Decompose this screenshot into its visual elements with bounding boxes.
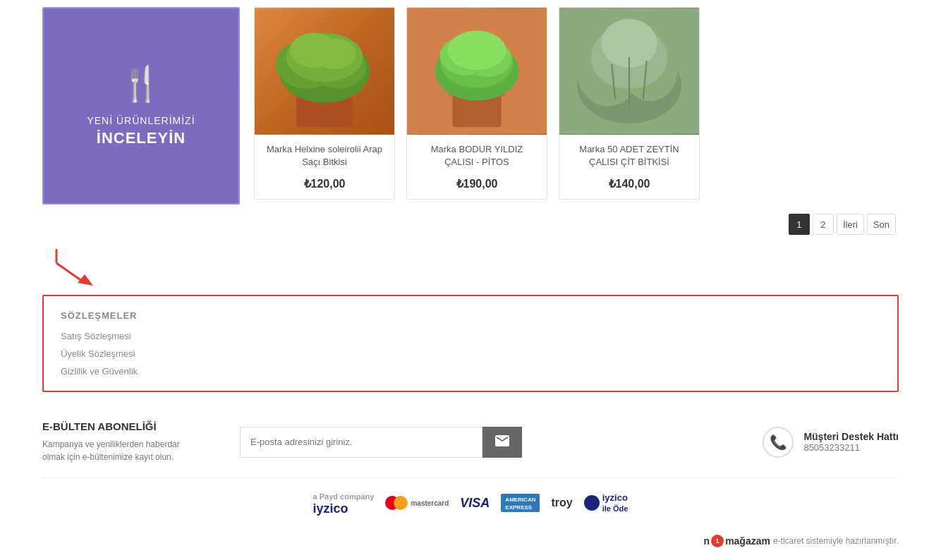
product-price-3: ₺140,00	[568, 177, 691, 190]
visa-logo: VISA	[460, 496, 490, 511]
product-name-3: Marka 50 ADET ZEYTİN ÇALISI ÇİT BİTKİSİ	[568, 143, 691, 169]
support-title: Müşteri Destek Hattı	[803, 431, 899, 442]
mastercard-logo: mastercard	[385, 496, 449, 510]
product-price-2: ₺190,00	[415, 177, 538, 190]
red-arrow	[42, 249, 127, 288]
brand-suffix: e-ticaret sistemiyle hazırlanmıştır.	[773, 536, 899, 546]
products-area: Marka Helxine soleirolii Arap Saçı Bitki…	[254, 7, 899, 235]
contract-gizlilik[interactable]: Gizlilik ve Güvenlik	[61, 366, 880, 377]
contracts-title: SÖZLEŞMELER	[61, 310, 880, 321]
brand-footer: n 1 mağazam e-ticaret sistemiyle hazırla…	[42, 528, 899, 554]
brand-magazam: mağazam	[725, 535, 770, 547]
product-card[interactable]: Marka BODUR YILDIZ ÇALISI - PİTOS ₺190,0…	[406, 7, 547, 200]
pagination-page-1[interactable]: 1	[789, 214, 810, 235]
product-name-1: Marka Helxine soleirolii Arap Saçı Bitki…	[263, 143, 386, 169]
banner-subtitle: YENİ ÜRÜNLERİMİZİ	[87, 115, 195, 126]
product-card[interactable]: Marka 50 ADET ZEYTİN ÇALISI ÇİT BİTKİSİ …	[559, 7, 700, 200]
promo-banner[interactable]: 🍴 YENİ ÜRÜNLERİMİZİ İNCELEYİN	[42, 7, 240, 205]
product-image-3	[559, 8, 699, 135]
brand-circle: 1	[711, 535, 724, 547]
pagination-forward[interactable]: İleri	[837, 214, 864, 235]
contract-uyelik[interactable]: Üyelik Sözleşmesi	[61, 348, 880, 359]
newsletter-submit-button[interactable]	[482, 427, 522, 458]
amex-logo: AMERICANEXPRESS	[501, 494, 540, 512]
pagination: 1 2 İleri Son	[254, 214, 899, 235]
pagination-last[interactable]: Son	[867, 214, 896, 235]
newsletter-desc: Kampanya ve yeniliklerden haberdar olmak…	[42, 438, 198, 463]
product-card[interactable]: Marka Helxine soleirolii Arap Saçı Bitki…	[254, 7, 395, 200]
contract-satis[interactable]: Satış Sözleşmesi	[61, 331, 880, 341]
newsletter-email-input[interactable]	[240, 427, 482, 458]
support-section: 📞 Müşteri Destek Hattı 85053233211	[763, 427, 899, 458]
products-grid: Marka Helxine soleirolii Arap Saçı Bitki…	[254, 7, 899, 200]
banner-title: İNCELEYİN	[97, 129, 186, 147]
brand-n: n	[704, 535, 710, 547]
iyzico-logo: a Payd company iyzico	[313, 489, 375, 516]
support-phone: 85053233211	[803, 442, 899, 453]
banner-icon: 🍴	[120, 64, 162, 104]
product-name-2: Marka BODUR YILDIZ ÇALISI - PİTOS	[415, 143, 538, 169]
contracts-list: Satış Sözleşmesi Üyelik Sözleşmesi Gizli…	[61, 331, 880, 377]
product-image-1	[255, 8, 394, 135]
product-price-1: ₺120,00	[263, 177, 386, 190]
iyzico-ile-ode-logo: iyzicoile Öde	[584, 492, 629, 513]
product-image-2	[407, 8, 547, 135]
brand-logo: n 1 mağazam	[704, 535, 770, 547]
svg-point-16	[447, 31, 506, 70]
newsletter-text: E-BÜLTEN ABONELİĞİ Kampanya ve yenilikle…	[42, 420, 198, 463]
phone-icon: 📞	[763, 427, 794, 458]
newsletter-title: E-BÜLTEN ABONELİĞİ	[42, 420, 198, 432]
footer-bottom: E-BÜLTEN ABONELİĞİ Kampanya ve yenilikle…	[42, 406, 899, 554]
payment-logos: a Payd company iyzico mastercard VISA AM…	[42, 478, 899, 528]
product-info-3: Marka 50 ADET ZEYTİN ÇALISI ÇİT BİTKİSİ …	[559, 135, 699, 199]
pagination-page-2[interactable]: 2	[813, 214, 834, 235]
product-info-1: Marka Helxine soleirolii Arap Saçı Bitki…	[255, 135, 394, 199]
contracts-section: SÖZLEŞMELER Satış Sözleşmesi Üyelik Sözl…	[42, 295, 899, 392]
product-info-2: Marka BODUR YILDIZ ÇALISI - PİTOS ₺190,0…	[407, 135, 547, 199]
newsletter-form	[240, 427, 522, 458]
support-text: Müşteri Destek Hattı 85053233211	[803, 431, 899, 453]
newsletter-section: E-BÜLTEN ABONELİĞİ Kampanya ve yenilikle…	[42, 406, 899, 478]
svg-rect-8	[255, 8, 394, 134]
troy-logo: troy	[551, 497, 572, 509]
